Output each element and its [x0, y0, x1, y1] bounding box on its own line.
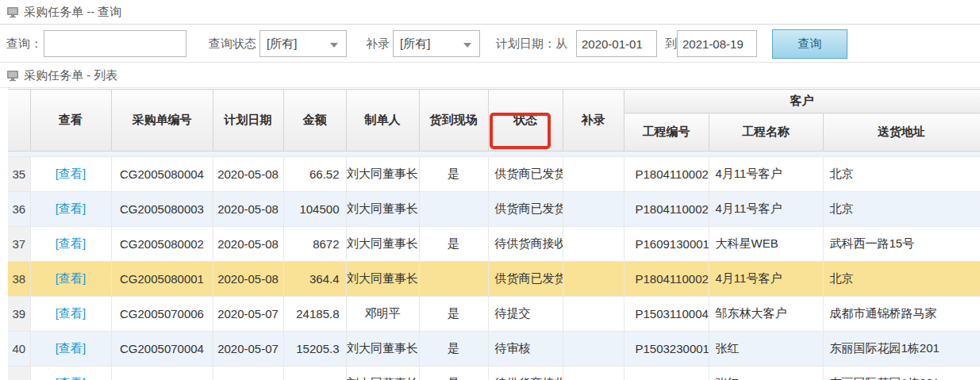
cell-amount: 66.52 — [283, 157, 346, 192]
cell-supplement — [563, 157, 624, 192]
cell-supplement — [563, 367, 624, 380]
cell-po-number: CG2005070002 — [111, 367, 213, 380]
header-plan-date: 计划日期 — [213, 90, 283, 152]
cell-amount: 364.4 — [283, 262, 346, 297]
cell-maker: 刘大同董事长 — [346, 262, 419, 297]
search-button[interactable]: 查询 — [772, 29, 847, 59]
cell-status: 待供货商接收 — [488, 367, 563, 380]
chevron-down-icon — [463, 43, 471, 48]
supplement-value: [所有] — [400, 36, 430, 52]
table-row[interactable]: 37[查看]CG20050800022020-05-088672刘大同董事长是待… — [8, 227, 980, 262]
cell-status: 供货商已发货 — [488, 157, 563, 192]
list-titlebar: 采购任务单 - 列表 — [0, 63, 980, 88]
cell-status: 供货商已发货 — [488, 192, 563, 227]
cell-status: 待供货商接收 — [488, 227, 563, 262]
plan-date-label: 计划日期：从 — [496, 25, 567, 63]
cell-maker: 刘大同董事长 — [346, 367, 419, 380]
cell-amount: 0 — [283, 367, 346, 380]
cell-project-number: P1503230001 — [624, 332, 709, 367]
cell-maker: 邓明平 — [346, 297, 419, 332]
date-from-input[interactable] — [576, 30, 657, 57]
view-link[interactable]: [查看] — [56, 376, 86, 380]
query-status-dropdown[interactable]: [所有] — [259, 30, 347, 57]
cell-project-number: P1804110002 — [624, 157, 709, 192]
header-view: 查看 — [30, 90, 111, 152]
cell-supplement — [563, 332, 624, 367]
cell-supplement — [563, 262, 624, 297]
cell-delivery-address: 东丽国际花园1栋201 — [823, 367, 980, 380]
cell-supplement — [563, 192, 624, 227]
supplement-dropdown[interactable]: [所有] — [393, 30, 480, 57]
row-number: 36 — [8, 192, 30, 227]
cell-plan-date: 2020-05-07 — [213, 332, 283, 367]
view-link[interactable]: [查看] — [56, 341, 86, 355]
cell-po-number: CG2005080003 — [111, 192, 213, 227]
cell-status: 供货商已发货 — [488, 262, 563, 297]
date-to-input[interactable] — [677, 30, 757, 57]
cell-project-number: P1503110004 — [624, 297, 709, 332]
cell-amount: 104500 — [283, 192, 346, 227]
cell-project-name: 4月11号客户 — [709, 157, 823, 192]
view-link[interactable]: [查看] — [56, 167, 86, 180]
cell-po-number: CG2005080004 — [111, 157, 213, 192]
cell-arrived-onsite — [419, 262, 488, 297]
list-title: 采购任务单 - 列表 — [24, 68, 117, 83]
cell-maker: 刘大同董事长 — [346, 157, 419, 192]
date-to-label: 到 — [665, 25, 677, 63]
cell-project-name: 张红 — [709, 332, 823, 367]
cell-project-name: 4月11号客户 — [709, 262, 823, 297]
view-link[interactable]: [查看] — [56, 271, 86, 285]
page-title: 采购任务单 -- 查询 — [24, 5, 121, 20]
cell-plan-date: 2020-05-08 — [213, 262, 283, 297]
keyword-input[interactable] — [44, 30, 186, 57]
cell-project-number: P1609130001 — [624, 227, 709, 262]
table-row[interactable]: 40[查看]CG20050700042020-05-0715205.3刘大同董事… — [8, 332, 980, 367]
query-status-value: [所有] — [267, 36, 297, 52]
cell-po-number: CG2005080001 — [111, 262, 213, 297]
cell-delivery-address: 北京 — [823, 262, 980, 297]
view-cell: [查看] — [30, 227, 111, 262]
cell-delivery-address: 北京 — [823, 157, 980, 192]
cell-plan-date: 2020-05-07 — [213, 367, 283, 380]
cell-amount: 24185.8 — [283, 297, 346, 332]
cell-status: 待提交 — [488, 297, 563, 332]
cell-arrived-onsite — [419, 192, 488, 227]
monitor-icon — [6, 6, 19, 18]
header-status: 状态 — [488, 90, 563, 152]
cell-plan-date: 2020-05-08 — [213, 157, 283, 192]
cell-amount: 8672 — [283, 227, 346, 262]
view-link[interactable]: [查看] — [56, 202, 86, 215]
cell-delivery-address: 北京 — [823, 192, 980, 227]
view-cell: [查看] — [30, 157, 111, 192]
table-row[interactable]: 35[查看]CG20050800042020-05-0866.52刘大同董事长是… — [8, 157, 980, 192]
view-link[interactable]: [查看] — [56, 306, 86, 320]
row-number: 38 — [8, 262, 30, 297]
chevron-down-icon — [330, 43, 338, 48]
table-row[interactable]: 41[查看]CG20050700022020-05-070刘大同董事长是待供货商… — [8, 367, 980, 380]
supplement-label: 补录 — [366, 25, 390, 63]
header-customer-group: 客户 — [624, 90, 980, 113]
header-supplement: 补录 — [563, 90, 624, 152]
header-project-number: 工程编号 — [624, 113, 709, 152]
cell-project-name: 张红 — [709, 367, 823, 380]
table-row[interactable]: 39[查看]CG20050700062020-05-0724185.8邓明平是待… — [8, 297, 980, 332]
cell-maker: 刘大同董事长 — [346, 227, 419, 262]
view-link[interactable]: [查看] — [56, 236, 86, 250]
table-row[interactable]: 38[查看]CG20050800012020-05-08364.4刘大同董事长供… — [8, 262, 980, 297]
row-number: 37 — [8, 227, 30, 262]
cell-plan-date: 2020-05-08 — [213, 227, 283, 262]
cell-po-number: CG2005070006 — [111, 297, 213, 332]
table-row[interactable]: 36[查看]CG20050800032020-05-08104500刘大同董事长… — [8, 192, 980, 227]
row-number: 35 — [8, 157, 30, 192]
cell-plan-date: 2020-05-07 — [213, 297, 283, 332]
cell-supplement — [563, 227, 624, 262]
cell-arrived-onsite: 是 — [419, 157, 488, 192]
header-maker: 制单人 — [346, 90, 419, 152]
header-amount: 金额 — [283, 90, 346, 152]
cell-arrived-onsite: 是 — [419, 367, 488, 380]
header-po-number: 采购单编号 — [111, 90, 213, 152]
row-number: 41 — [8, 367, 30, 380]
view-cell: [查看] — [30, 367, 111, 380]
partial-previous-row — [8, 152, 980, 157]
window-titlebar: 采购任务单 -- 查询 — [0, 0, 980, 25]
